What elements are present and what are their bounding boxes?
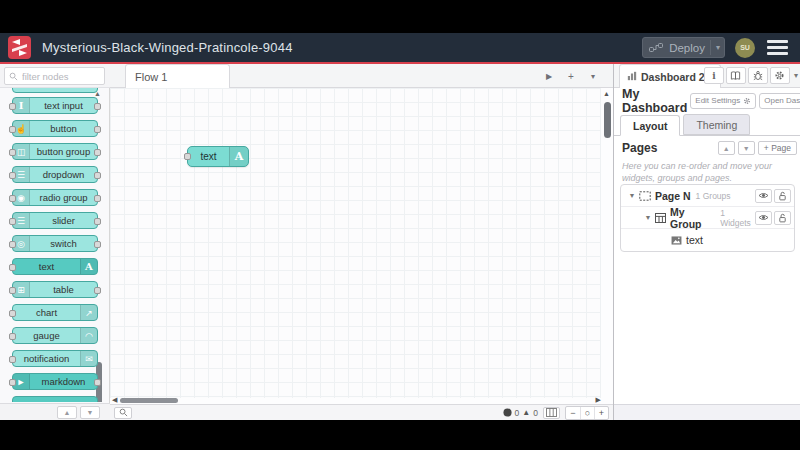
- flow-tab-label: Flow 1: [135, 71, 167, 83]
- node-output-port: [94, 241, 101, 248]
- canvas-scroll-right-icon[interactable]: ▶: [596, 396, 601, 404]
- tree-row-meta: 1 Groups: [696, 191, 731, 201]
- tree-row-page-n[interactable]: ▼Page N1 Groups: [621, 185, 794, 207]
- zoom-out-button[interactable]: −: [566, 407, 580, 419]
- palette-node-gauge[interactable]: gauge◠: [12, 327, 98, 344]
- move-down-button[interactable]: ▼: [738, 141, 755, 155]
- chart-line-icon: ↗: [80, 305, 97, 320]
- palette-node-markdown[interactable]: ►markdown: [12, 373, 98, 390]
- canvas-horizontal-scrollbar[interactable]: [120, 398, 178, 403]
- node-output-port: [94, 103, 101, 110]
- chevron-down-icon[interactable]: ▼: [627, 192, 637, 199]
- visibility-eye-icon[interactable]: [755, 189, 772, 203]
- error-count-icon[interactable]: [503, 408, 512, 417]
- node-input-port: [9, 264, 16, 271]
- tab-theming[interactable]: Theming: [683, 114, 750, 135]
- canvas-vertical-scrollbar[interactable]: [604, 102, 611, 138]
- deploy-icon: [649, 42, 663, 53]
- workspace-footer: 0 ▲ 0 − ○ +: [110, 404, 613, 420]
- group-grid-icon: [655, 213, 666, 223]
- debug-tab-icon[interactable]: [748, 67, 768, 84]
- canvas-scroll-up-icon[interactable]: ▲: [603, 90, 610, 97]
- palette-node-label: switch: [30, 238, 97, 249]
- deploy-separator: [710, 40, 711, 55]
- palette-node-button-group[interactable]: ◫button group: [12, 143, 98, 160]
- palette-node-label: button: [30, 123, 97, 134]
- add-flow-button[interactable]: +: [561, 66, 581, 86]
- palette-node-table[interactable]: ⊞table: [12, 281, 98, 298]
- node-input-port: [9, 379, 16, 386]
- chart-bars-icon: [627, 71, 637, 83]
- info-tab-icon[interactable]: i: [704, 67, 724, 84]
- palette-node-dropdown[interactable]: ☰dropdown: [12, 166, 98, 183]
- palette-node-switch[interactable]: ◎switch: [12, 235, 98, 252]
- palette-node-button[interactable]: ☝button: [12, 120, 98, 137]
- node-input-port[interactable]: [184, 153, 191, 160]
- deploy-button[interactable]: Deploy ▾: [642, 37, 725, 58]
- minimap-toggle-button[interactable]: [543, 407, 560, 419]
- palette-node-text-input[interactable]: Itext input: [12, 97, 98, 114]
- config-nodes-tab-icon[interactable]: [770, 67, 790, 84]
- lock-icon[interactable]: [774, 189, 791, 203]
- palette-footer: ▲ ▼: [0, 403, 110, 420]
- node-output-port: [94, 195, 101, 202]
- chevron-down-icon[interactable]: ▼: [643, 214, 653, 221]
- flow-canvas[interactable]: text A: [110, 88, 601, 398]
- canvas-scroll-left-icon[interactable]: ◀: [112, 396, 117, 404]
- move-up-button[interactable]: ▲: [718, 141, 735, 155]
- palette-node-partial-bottom[interactable]: [12, 396, 98, 402]
- node-output-port: [94, 287, 101, 294]
- visibility-eye-icon[interactable]: [755, 211, 772, 225]
- gear-icon: [743, 97, 751, 105]
- palette-node-notification[interactable]: notification✉: [12, 350, 98, 367]
- palette-node-radio-group[interactable]: ◉radio group: [12, 189, 98, 206]
- palette-filter-input[interactable]: [22, 71, 98, 82]
- zoom-in-button[interactable]: +: [594, 407, 608, 419]
- tree-row-my-group[interactable]: ▼My Group1 Widgets: [621, 207, 794, 229]
- layout-theming-tabs: Layout Theming: [614, 113, 800, 136]
- warning-count-icon[interactable]: ▲: [522, 408, 530, 417]
- font-icon: A: [229, 147, 248, 166]
- workspace-search-button[interactable]: [114, 407, 132, 419]
- zoom-reset-button[interactable]: ○: [580, 407, 594, 419]
- widget-image-icon: [671, 236, 682, 245]
- palette-node-partial-top[interactable]: [12, 88, 98, 93]
- user-avatar[interactable]: SU: [735, 38, 755, 58]
- open-dashboard-button[interactable]: Open Dashboard: [759, 93, 800, 109]
- palette-node-chart[interactable]: chart↗: [12, 304, 98, 321]
- tree-row-label: Page N: [655, 190, 691, 202]
- palette-node-label: markdown: [30, 376, 97, 387]
- tab-layout[interactable]: Layout: [620, 115, 680, 136]
- tree-row-text[interactable]: text: [621, 229, 794, 251]
- font-icon: A: [80, 259, 97, 274]
- main-menu-icon[interactable]: [765, 38, 790, 57]
- canvas-node-text[interactable]: text A: [187, 146, 249, 167]
- tab-flow-1[interactable]: Flow 1: [125, 64, 230, 88]
- flow-list-caret-icon[interactable]: ▾: [583, 66, 603, 86]
- tree-row-label: My Group: [670, 206, 715, 230]
- edit-settings-button[interactable]: Edit Settings: [690, 93, 756, 109]
- palette-node-slider[interactable]: ☰slider: [12, 212, 98, 229]
- palette-collapse-all-button[interactable]: ▲: [57, 406, 77, 419]
- palette-node-text[interactable]: textA: [12, 258, 98, 275]
- palette-filter[interactable]: [4, 67, 105, 85]
- node-input-port: [9, 103, 16, 110]
- sidebar-caret-icon[interactable]: ▾: [794, 71, 798, 80]
- node-input-port: [9, 172, 16, 179]
- node-output-port: [94, 172, 101, 179]
- sidebar-footer: [614, 404, 800, 420]
- flow-tabbar: Flow 1 ▶ + ▾: [110, 64, 613, 88]
- node-output-port: [94, 126, 101, 133]
- dashboard-title: My Dashboard: [622, 87, 687, 115]
- run-flows-icon[interactable]: ▶: [539, 66, 559, 86]
- deploy-caret-icon[interactable]: ▾: [716, 43, 720, 52]
- palette-expand-all-button[interactable]: ▼: [80, 406, 100, 419]
- palette-node-label: dropdown: [30, 169, 97, 180]
- node-input-port: [9, 218, 16, 225]
- help-tab-icon[interactable]: [726, 67, 746, 84]
- lock-icon[interactable]: [774, 211, 791, 225]
- screen: Mysterious-Black-Winged-Pratincole-9044 …: [0, 0, 800, 450]
- node-input-port: [9, 287, 16, 294]
- open-dashboard-label: Open Dashboard: [764, 96, 800, 105]
- add-page-button[interactable]: + Page: [758, 141, 797, 155]
